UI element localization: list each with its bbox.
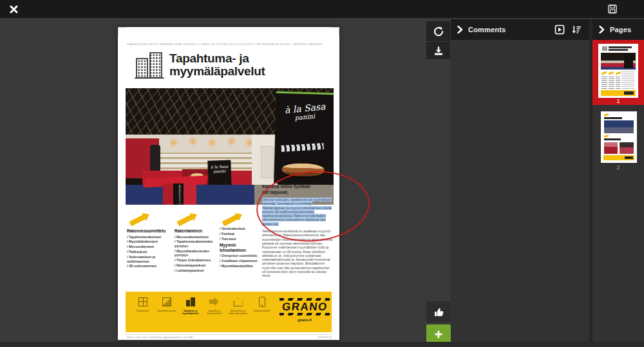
service-list-item: / Seinärakenteet bbox=[220, 227, 261, 230]
bottom-edge bbox=[0, 342, 644, 347]
construction-services-icon bbox=[232, 296, 244, 308]
page-thumbnail-1-selected[interactable]: 1 bbox=[592, 40, 644, 105]
logistics-services-icon bbox=[209, 296, 220, 308]
save-icon[interactable] bbox=[607, 3, 618, 15]
comments-panel-body bbox=[451, 40, 589, 347]
page-number-label: 2 bbox=[592, 164, 644, 171]
page-corner-mark bbox=[118, 27, 126, 35]
service-list-item: / Vedostaminen ja mallintaminen bbox=[127, 255, 172, 263]
footer-service-label: Sähköiset palvelut bbox=[254, 310, 270, 312]
yellow-arrow-icon bbox=[129, 214, 147, 227]
photo-table-base: alasasa.panini.fi bbox=[163, 183, 196, 205]
service-list-item: / Tulosteet bbox=[220, 237, 261, 241]
comments-panel-title: Comments bbox=[468, 26, 506, 33]
service-list-item: / Messurakentaminen bbox=[175, 235, 220, 239]
thumbs-up-button[interactable] bbox=[426, 301, 451, 323]
sort-comments-icon[interactable] bbox=[571, 24, 582, 35]
grano-footer-band: PainopalvelutSuunnittelun palvelutTapaht… bbox=[126, 292, 332, 332]
service-list-item: / Tilojen brändääminen bbox=[175, 258, 220, 262]
print-services-icon bbox=[137, 296, 149, 308]
service-list-item: / Messurakenteet bbox=[127, 245, 172, 249]
yellow-arrow-icon bbox=[177, 214, 194, 227]
page-title: Tapahtuma- jamyymäläpalvelut bbox=[169, 52, 265, 78]
service-column-2: Rakentaminen/ Messurakentaminen/ Tapahtu… bbox=[175, 227, 220, 274]
yellow-arrow-icon bbox=[222, 214, 240, 227]
logo-dashes bbox=[279, 313, 330, 315]
service-list-item: / Myymälärakenteiden pystytys bbox=[175, 249, 220, 258]
footer-service: Suunnittelun palvelut bbox=[155, 296, 178, 315]
photo-handwriting-squiggle bbox=[281, 143, 323, 152]
document-title-block: Tapahtuma- jamyymäläpalvelut bbox=[135, 51, 265, 79]
service-list-item: / Tapahtumarakenteet bbox=[127, 235, 172, 239]
service-column-1: Rakennesuunnittelu/ Tapahtumarakenteet/ … bbox=[127, 227, 172, 269]
page-thumbnail-2[interactable] bbox=[601, 111, 637, 163]
photo-person bbox=[150, 145, 160, 172]
footer-service-label: Suunnittelun palvelut bbox=[157, 310, 176, 312]
media-comment-icon[interactable] bbox=[554, 24, 565, 35]
grano-logo: GRANO grano.fi bbox=[278, 298, 332, 322]
service-group-header: Rakentaminen bbox=[175, 229, 220, 234]
service-icon-row: PainopalvelutSuunnittelun palvelutTapaht… bbox=[131, 292, 274, 315]
footer-service: Logistiikka- ja ulkoistuspalvelut bbox=[202, 296, 226, 315]
page-corner-mark bbox=[331, 27, 339, 35]
service-list-item: / Asiakkaan ohjaaminen bbox=[220, 259, 261, 263]
comments-panel-header[interactable]: Comments bbox=[451, 19, 589, 40]
footer-service-label: Rakentamisen ja teollisuuden palvelut bbox=[226, 310, 250, 315]
photo-door bbox=[261, 146, 274, 178]
service-list-item: / Tapahtumarakenteiden pystytys bbox=[175, 239, 220, 248]
page-1-preview bbox=[598, 44, 638, 98]
footer-service: Rakentamisen ja teollisuuden palvelut bbox=[226, 296, 250, 315]
service-list-item: / Pakkaukset bbox=[127, 250, 172, 254]
pages-panel-title: Pages bbox=[610, 26, 631, 33]
digital-services-icon bbox=[256, 296, 268, 308]
rotate-button[interactable] bbox=[426, 21, 450, 41]
footer-service: Painopalvelut bbox=[131, 296, 155, 315]
service-list-item: / Kankaat bbox=[220, 232, 261, 236]
service-list-item: / Myymäläanalytiikka bbox=[220, 264, 261, 268]
website-url: grano.fi bbox=[298, 318, 312, 322]
page-number-label: 1 bbox=[592, 98, 644, 104]
service-list-item: / Ostopolun suunnittelu bbox=[220, 254, 261, 258]
chevron-right-icon[interactable] bbox=[599, 26, 605, 33]
footer-service-label: Painopalvelut bbox=[137, 310, 149, 312]
service-list-item: / Lattiateippaukset bbox=[175, 268, 220, 272]
plus-icon: + bbox=[435, 328, 443, 342]
service-group-header: Rakennesuunnittelu bbox=[127, 229, 172, 234]
service-group-header: Myynnin tehostaminen bbox=[220, 243, 261, 252]
service-column-3: / Seinärakenteet/ Kankaat/ TulosteetMyyn… bbox=[220, 227, 261, 269]
service-list-item: / Ikkunateippaukset bbox=[175, 263, 220, 267]
buildings-icon bbox=[135, 51, 164, 79]
close-icon[interactable] bbox=[8, 3, 19, 15]
print-footer-rule bbox=[124, 334, 333, 335]
event-retail-services-icon bbox=[185, 296, 196, 308]
service-list-item: / Myymälärakenteet bbox=[127, 239, 172, 243]
top-bar bbox=[0, 0, 644, 18]
download-button[interactable] bbox=[426, 42, 450, 59]
proofing-viewer-window: PÄÄKAUPUNKISEUTU HÄMEENLINNA JOENSUU JYV… bbox=[0, 0, 644, 347]
footer-service: Tapahtuma- ja myymäläpalvelut bbox=[178, 296, 202, 315]
print-footer-filename: Grano_tuote_esite_tapahtuma_myymalapalve… bbox=[127, 336, 194, 339]
footer-service-label: Tapahtuma- ja myymäläpalvelut bbox=[178, 310, 202, 315]
footer-service: Sähköiset palvelut bbox=[250, 296, 274, 315]
cities-line: PÄÄKAUPUNKISEUTU HÄMEENLINNA JOENSUU JYV… bbox=[127, 42, 333, 46]
pages-panel-header[interactable]: Pages bbox=[592, 19, 644, 40]
print-footer-timestamp: 2.6.2014 9.29 bbox=[317, 336, 332, 339]
service-list-item: / 3D-vedostaminen bbox=[127, 264, 172, 268]
footer-service-label: Logistiikka- ja ulkoistuspalvelut bbox=[202, 310, 226, 315]
photo-table-url-text: alasasa.panini.fi bbox=[178, 184, 181, 203]
chevron-right-icon[interactable] bbox=[457, 26, 463, 33]
design-services-icon bbox=[161, 296, 173, 308]
